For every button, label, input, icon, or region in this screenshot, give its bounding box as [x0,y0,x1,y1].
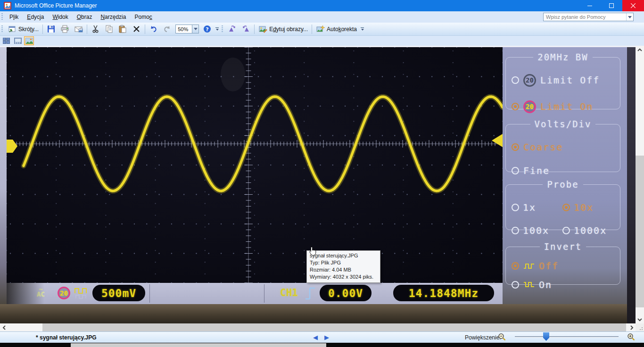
toolbar-options-button[interactable] [214,24,220,34]
toolbar: Skróty... 50% [0,23,644,36]
radio-unselected-icon [512,76,519,84]
edit-pictures-button[interactable]: Edytuj obrazy... [256,24,310,34]
scope-option-label: Coarse [523,141,563,153]
menu-bar: Plik Edycja Widok Obraz Narzędzia Pomoc … [0,11,644,23]
print-icon [60,25,69,33]
menu-edycja[interactable]: Edycja [23,12,48,22]
scope-display [7,47,503,283]
zoom-out-icon[interactable] [498,333,506,341]
scroll-up-arrow[interactable] [636,46,644,54]
scrollbar-corner-grip[interactable] [636,323,644,331]
chevron-up-icon [637,48,642,52]
menu-obraz[interactable]: Obraz [73,12,97,22]
radio-unselected-icon [512,227,519,234]
filmstrip-view-button[interactable] [13,36,23,45]
autocorrect-button[interactable]: Autokorekta [314,24,359,34]
menu-plik[interactable]: Plik [5,12,23,22]
frequency-readout: 14.1848MHz [393,285,494,301]
scope-bezel-left [0,47,7,304]
horizontal-scrollbar-thumb[interactable] [42,323,626,331]
menu-narzedzia[interactable]: Narzędzia [96,12,130,22]
rotate-left-button[interactable] [225,24,239,34]
menu-pomoc[interactable]: Pomoc [130,12,156,22]
radio-selected-icon [512,143,519,151]
maximize-button[interactable] [601,0,622,11]
help-search-input[interactable]: Wpisz pytanie do Pomocy [543,13,634,21]
title-bar: Microsoft Office Picture Manager [0,0,644,11]
zoom-dropdown[interactable] [192,25,198,33]
scope-option-fine: Fine [506,165,620,176]
thumbnail-view-button[interactable] [1,36,11,45]
toolbar-separator [145,25,145,34]
redo-button[interactable] [160,24,174,34]
radio-unselected-icon [512,281,519,289]
rotate-right-button[interactable] [239,24,253,34]
single-picture-view-button[interactable] [24,36,34,45]
scope-probe-section: Probe 1x 10x 100x 1000x [505,179,620,230]
scope-probe-row-2: 100x 1000x [506,225,620,236]
scope-probe-header: Probe [543,179,583,190]
window-title: Microsoft Office Picture Manager [15,2,97,9]
copy-button[interactable] [102,24,116,34]
close-button[interactable] [622,0,644,11]
readout-divider [264,284,264,303]
rotate-right-icon [241,25,250,33]
shortcuts-button[interactable]: Skróty... [5,24,41,34]
single-picture-view-icon [25,38,33,44]
print-button[interactable] [58,24,72,34]
tooltip-filename: sygnał sterujący.JPG [310,252,377,259]
delete-button[interactable] [130,24,143,34]
waveform-inverted-icon [523,281,535,288]
scroll-left-arrow[interactable] [0,323,8,331]
mail-icon [74,25,83,33]
square-wave-shadow-icon [75,294,88,299]
mail-button[interactable] [72,24,85,34]
minimize-button[interactable] [579,0,601,11]
paste-button[interactable] [116,24,130,34]
scope-option-100x: 100x [512,225,562,236]
zoom-slider-track[interactable] [515,336,619,337]
scope-invert-header: Invert [540,241,586,252]
scope-option-limit-on: 20 Limit On [506,101,620,112]
toolbar-separator [42,25,43,34]
toolbar-options-button[interactable] [359,24,365,34]
bw-20-badge-active: 20 [523,100,536,113]
help-button[interactable]: ? [200,24,214,34]
cut-button[interactable] [89,24,102,34]
scope-option-1000x: 1000x [562,225,607,236]
horizontal-scrollbar[interactable] [0,323,636,331]
scroll-right-arrow[interactable] [627,323,636,331]
undo-button[interactable] [147,24,160,34]
chevron-down-icon [637,318,642,322]
thumbnail-view-icon [3,38,10,44]
hand-cursor-icon [308,246,317,256]
scroll-down-arrow[interactable] [636,315,644,323]
zoom-in-icon[interactable] [627,333,636,341]
zoom-value: 50% [176,26,192,32]
vertical-scrollbar[interactable] [636,46,644,323]
scope-option-coarse: Coarse [506,141,620,153]
radio-unselected-icon [512,167,519,174]
previous-picture-button[interactable]: ◀ [313,334,318,341]
rotate-left-icon [228,25,237,33]
scope-option-limit-off: 20 Limit Off [506,74,620,86]
readout-left-shadow [7,283,44,304]
menu-widok[interactable]: Widok [48,12,72,22]
next-picture-button[interactable]: ▶ [324,334,329,341]
scope-option-label: Limit On [540,101,593,112]
scope-option-label: Limit Off [540,74,600,86]
bw-20-badge: 20 [58,287,70,299]
scope-bezel-bottom [0,304,627,324]
chevron-right-icon [630,325,634,330]
vertical-scrollbar-thumb[interactable] [636,156,644,307]
toolbar-separator [312,25,312,34]
radio-unselected-icon [512,204,519,211]
bw-20-badge-dim: 20 [523,74,536,87]
help-search-dropdown[interactable] [626,13,633,21]
volts-per-div-readout: 500mV [92,285,145,301]
scope-bw-header: 20MHz BW [533,52,593,62]
zoom-combobox[interactable]: 50% [175,25,199,33]
save-button[interactable] [44,24,58,34]
scope-option-1x: 1x [512,202,562,213]
chevron-left-icon [2,325,6,330]
